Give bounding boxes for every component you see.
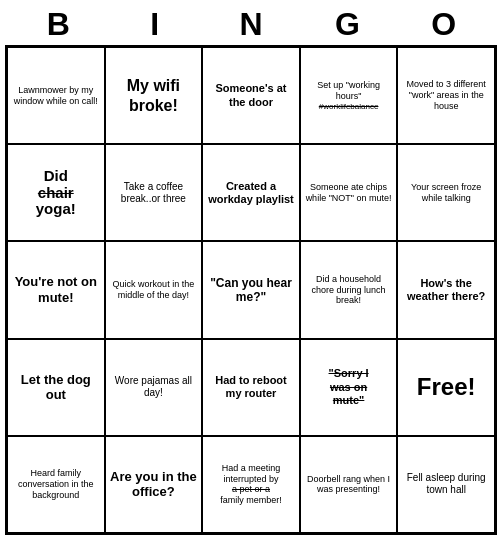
cell-text: Quick workout in the middle of the day!	[109, 279, 199, 301]
cell-text: Did	[44, 168, 68, 185]
cell-3-4[interactable]: Free!	[397, 339, 495, 436]
cell-text: Someone's at the door	[206, 82, 296, 108]
cell-text2: family member!	[220, 495, 282, 506]
cell-4-1[interactable]: Are you in the office?	[105, 436, 203, 533]
cell-2-1[interactable]: Quick workout in the middle of the day!	[105, 241, 203, 338]
cell-text: Created a workday playlist	[206, 180, 296, 206]
cell-text: My wifi broke!	[109, 76, 199, 114]
letter-n: N	[227, 6, 275, 43]
cell-text2: chair	[38, 185, 74, 202]
cell-0-1[interactable]: My wifi broke!	[105, 47, 203, 144]
cell-1-2[interactable]: Created a workday playlist	[202, 144, 300, 241]
cell-text: Let the dog out	[11, 372, 101, 403]
letter-b: B	[34, 6, 82, 43]
cell-text: Had a meeting interrupted by	[206, 463, 296, 485]
cell-2-2[interactable]: "Can you hear me?"	[202, 241, 300, 338]
cell-4-4[interactable]: Fell asleep during town hall	[397, 436, 495, 533]
letter-o: O	[420, 6, 468, 43]
cell-3-0[interactable]: Let the dog out	[7, 339, 105, 436]
cell-3-1[interactable]: Wore pajamas all day!	[105, 339, 203, 436]
cell-1-4[interactable]: Your screen froze while talking	[397, 144, 495, 241]
cell-text: Someone ate chips while "NOT" on mute!	[304, 182, 394, 204]
cell-text: "Can you hear me?"	[206, 276, 296, 305]
cell-4-3[interactable]: Doorbell rang when I was presenting!	[300, 436, 398, 533]
cell-0-3[interactable]: Set up "working hours" #worklifebalance	[300, 47, 398, 144]
cell-text: Did a household chore during lunch break…	[304, 274, 394, 306]
cell-0-0[interactable]: Lawnmower by my window while on call!	[7, 47, 105, 144]
cell-0-4[interactable]: Moved to 3 different "work" areas in the…	[397, 47, 495, 144]
cell-text: Lawnmower by my window while on call!	[11, 85, 101, 107]
letter-g: G	[323, 6, 371, 43]
cell-1-3[interactable]: Someone ate chips while "NOT" on mute!	[300, 144, 398, 241]
cell-text: "Sorry I	[329, 367, 369, 380]
cell-text: Set up "working hours"	[304, 80, 394, 102]
cell-2-4[interactable]: How's the weather there?	[397, 241, 495, 338]
cell-0-2[interactable]: Someone's at the door	[202, 47, 300, 144]
cell-1-1[interactable]: Take a coffee break..or three	[105, 144, 203, 241]
letter-i: I	[131, 6, 179, 43]
cell-text: Take a coffee break..or three	[109, 181, 199, 205]
cell-text: Free!	[417, 373, 476, 402]
cell-3-2[interactable]: Had to reboot my router	[202, 339, 300, 436]
cell-text: Doorbell rang when I was presenting!	[304, 474, 394, 496]
cell-text: Fell asleep during town hall	[401, 472, 491, 496]
cell-text: You're not on mute!	[11, 274, 101, 305]
cell-4-2[interactable]: Had a meeting interrupted by a pet or a …	[202, 436, 300, 533]
cell-4-0[interactable]: Heard family conversation in the backgro…	[7, 436, 105, 533]
cell-text-strike: a pet or a	[232, 484, 270, 495]
cell-3-3[interactable]: "Sorry I was on mute"	[300, 339, 398, 436]
cell-text2: was on	[330, 381, 367, 394]
cell-1-0[interactable]: Did chair yoga!	[7, 144, 105, 241]
bingo-title: B I N G O	[0, 0, 502, 45]
cell-text3: mute"	[333, 394, 365, 407]
cell-text3: yoga!	[36, 201, 76, 218]
cell-subtext: #worklifebalance	[319, 102, 379, 112]
bingo-grid: Lawnmower by my window while on call! My…	[5, 45, 497, 535]
cell-text: Moved to 3 different "work" areas in the…	[401, 79, 491, 111]
cell-text: Wore pajamas all day!	[109, 375, 199, 399]
cell-text: Are you in the office?	[109, 469, 199, 500]
cell-text: Had to reboot my router	[206, 374, 296, 400]
cell-text: Heard family conversation in the backgro…	[11, 468, 101, 500]
cell-text: How's the weather there?	[401, 277, 491, 303]
cell-2-0[interactable]: You're not on mute!	[7, 241, 105, 338]
cell-text: Your screen froze while talking	[401, 182, 491, 204]
cell-2-3[interactable]: Did a household chore during lunch break…	[300, 241, 398, 338]
